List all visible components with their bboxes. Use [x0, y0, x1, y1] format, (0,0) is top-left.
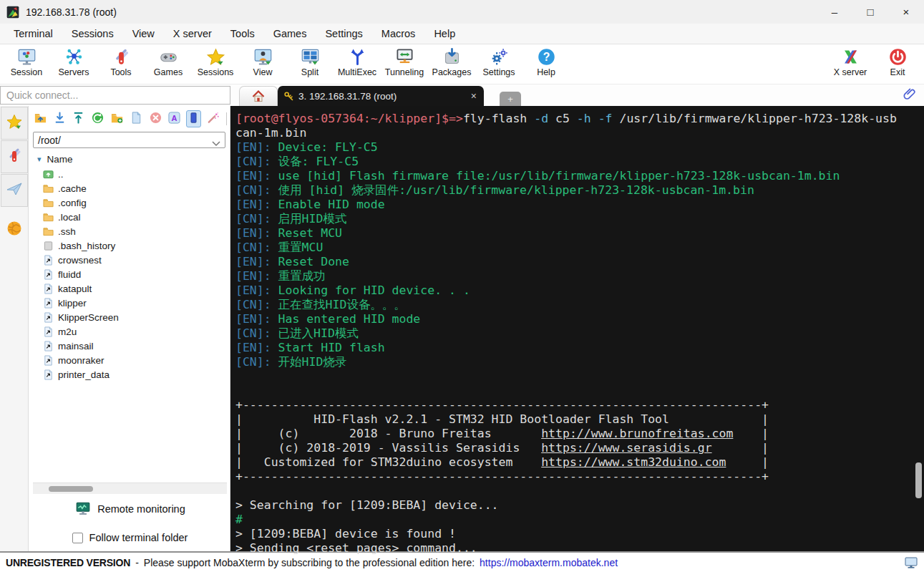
refresh-button[interactable]: [90, 110, 105, 127]
file-item[interactable]: ..: [33, 167, 227, 181]
tab-active-session[interactable]: 3. 192.168.31.78 (root) ×: [278, 86, 484, 106]
minimize-button[interactable]: –: [817, 0, 852, 24]
toolbar-button-split[interactable]: Split: [286, 46, 334, 77]
terminal-line: [root@flyos-057364:~/klipper]$=>fly-flas…: [235, 112, 924, 126]
parent-folder-button[interactable]: [33, 110, 48, 127]
toolbar-button-exit[interactable]: Exit: [874, 46, 921, 77]
file-item[interactable]: printer_data: [33, 367, 227, 382]
file-item[interactable]: katapult: [33, 281, 227, 296]
maximize-button[interactable]: □: [852, 0, 888, 24]
menu-games[interactable]: Games: [264, 24, 316, 44]
sidebar-tab-macros-panel[interactable]: [1, 174, 28, 207]
menu-tools[interactable]: Tools: [221, 24, 264, 44]
file-name: .ssh: [58, 226, 76, 237]
newfolder-icon: [110, 111, 124, 127]
mobatek-link[interactable]: https://mobaxterm.mobatek.net: [480, 557, 618, 568]
paperclip-icon[interactable]: [903, 87, 917, 101]
toolbar-button-tools[interactable]: Tools: [97, 46, 145, 77]
file-item[interactable]: .cache: [33, 181, 227, 195]
new-tab-button[interactable]: +: [500, 92, 521, 106]
close-button[interactable]: ×: [888, 0, 924, 24]
upload-button[interactable]: [72, 110, 87, 127]
menu-x-server[interactable]: X server: [164, 24, 221, 44]
file-name: ..: [58, 169, 64, 180]
scrollbar-thumb[interactable]: [49, 486, 93, 492]
menu-sessions[interactable]: Sessions: [62, 24, 123, 44]
menu-help[interactable]: Help: [424, 24, 465, 44]
panel-view-button[interactable]: [186, 110, 201, 127]
new-folder-button[interactable]: [110, 110, 125, 127]
file-item[interactable]: .local: [33, 210, 227, 224]
terminal[interactable]: [root@flyos-057364:~/klipper]$=>fly-flas…: [230, 106, 924, 551]
delete-button[interactable]: [148, 110, 163, 127]
toolbar-button-label: View: [253, 67, 273, 77]
terminal-line: > Sending <reset pages> command...: [235, 541, 924, 556]
sidebar-tab-sessions-panel[interactable]: [1, 107, 28, 140]
wand-button[interactable]: [205, 110, 220, 127]
newfile-icon: [130, 111, 143, 127]
file-item[interactable]: klipper: [33, 296, 227, 310]
terminal-line: [CN]: 已进入HID模式: [235, 326, 924, 341]
file-item[interactable]: .config: [33, 195, 227, 210]
rename-button[interactable]: A: [167, 110, 182, 127]
toolbar-button-label: MultiExec: [338, 67, 376, 77]
sidebar-tab-tools-panel[interactable]: [1, 140, 28, 173]
tab-home[interactable]: [239, 86, 278, 106]
file-item[interactable]: crowsnest: [33, 253, 227, 267]
plane-icon: [6, 180, 23, 200]
file-item[interactable]: mainsail: [33, 339, 227, 353]
terminal-line: [EN]: Reset MCU: [235, 226, 924, 241]
menu-view[interactable]: View: [123, 24, 164, 44]
toolbar-button-sessions[interactable]: Sessions: [192, 46, 239, 77]
tab-close-icon[interactable]: ×: [470, 90, 478, 102]
terminal-line: | Customized for STM32duino ecosystem ht…: [235, 455, 924, 470]
follow-terminal-folder-label: Follow terminal folder: [89, 532, 188, 543]
file-item[interactable]: moonraker: [33, 353, 227, 367]
view-icon: [253, 47, 273, 67]
download-button[interactable]: [52, 110, 67, 127]
quick-connect-input[interactable]: [0, 86, 230, 105]
session-icon: [17, 47, 37, 67]
file-toolbar: A: [33, 107, 227, 130]
toolbar-button-packages[interactable]: Packages: [428, 46, 475, 77]
link-icon: [43, 283, 54, 294]
sort-arrow-icon: ▾: [37, 155, 42, 164]
toolbar-button-games[interactable]: Games: [145, 46, 192, 77]
file-item[interactable]: fluidd: [33, 267, 227, 281]
sidebar-horizontal-scrollbar[interactable]: [33, 483, 227, 494]
new-file-button[interactable]: [129, 110, 144, 127]
remote-monitoring-label: Remote monitoring: [97, 503, 185, 515]
folderup-icon: [34, 111, 47, 127]
toolbar-button-x-server[interactable]: X server: [827, 46, 874, 77]
follow-terminal-folder-checkbox[interactable]: [72, 533, 83, 543]
toolbar-button-tunneling[interactable]: Tunneling: [381, 46, 428, 77]
terminal-line: [EN]: Reset Done: [235, 255, 924, 269]
terminal-line: +---------------------------------------…: [235, 470, 924, 484]
toolbar-button-help[interactable]: ?Help: [522, 46, 570, 77]
terminal-scrollbar-thumb[interactable]: [915, 462, 922, 498]
toolbar-button-view[interactable]: View: [239, 46, 286, 77]
toolbar-button-servers[interactable]: Servers: [50, 46, 97, 77]
toolbar-button-session[interactable]: Session: [3, 46, 50, 77]
file-list-header[interactable]: ▾ Name: [33, 151, 227, 167]
terminal-scrollbar[interactable]: [915, 106, 923, 551]
terminal-line: [CN]: 开始HID烧录: [235, 355, 924, 369]
file-item[interactable]: .bash_history: [33, 238, 227, 253]
menu-settings[interactable]: Settings: [316, 24, 371, 44]
toolbar-button-settings[interactable]: Settings: [475, 46, 522, 77]
menu-terminal[interactable]: Terminal: [4, 24, 62, 44]
toolbar-button-label: Servers: [58, 67, 89, 77]
link-icon: [43, 312, 54, 323]
sftp-file-panel: A /root/ ▾ Name ...cache.config.local.ss…: [29, 106, 230, 551]
remote-monitoring-button[interactable]: Remote monitoring: [33, 494, 227, 524]
sidebar-tab-sftp-panel[interactable]: [1, 215, 28, 244]
toolbar-button-multiexec[interactable]: MultiExec: [334, 46, 381, 77]
svg-text:A: A: [172, 113, 177, 122]
terminal-line: [EN]: 重置成功: [235, 269, 924, 283]
path-dropdown[interactable]: /root/: [33, 132, 225, 148]
file-item[interactable]: .ssh: [33, 224, 227, 238]
file-item[interactable]: m2u: [33, 324, 227, 339]
sidebar-panel-tabs: [0, 106, 29, 551]
menu-macros[interactable]: Macros: [372, 24, 425, 44]
file-item[interactable]: KlipperScreen: [33, 310, 227, 324]
